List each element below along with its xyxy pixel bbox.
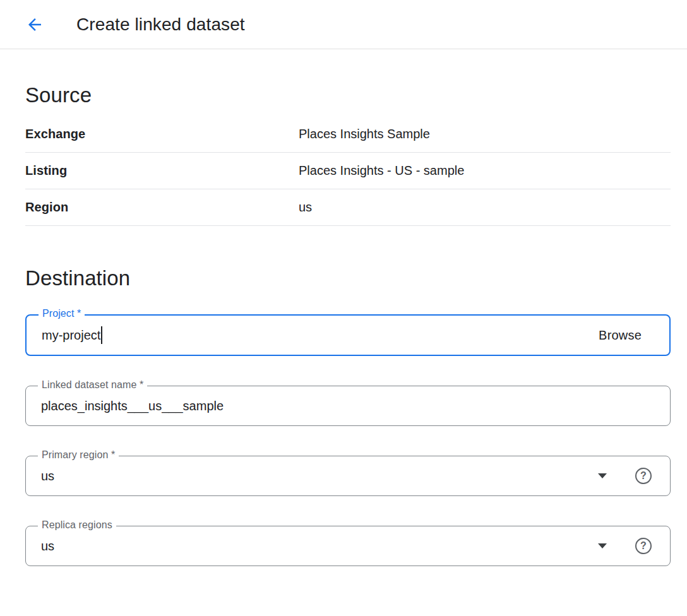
exchange-value: Places Insights Sample (299, 127, 671, 141)
replica-regions-value: us (41, 539, 54, 554)
project-field[interactable]: Project * my-project Browse (25, 314, 671, 356)
primary-region-label: Primary region * (38, 449, 119, 461)
page-title: Create linked dataset (76, 15, 245, 35)
destination-fields: Project * my-project Browse Linked datas… (25, 314, 671, 566)
linked-dataset-name-field[interactable]: Linked dataset name * places_insights___… (25, 386, 671, 426)
chevron-down-icon (598, 473, 607, 478)
text-cursor (101, 326, 102, 344)
listing-label: Listing (25, 163, 299, 178)
destination-section: Destination Project * my-project Browse … (25, 266, 671, 566)
project-field-value: my-project (42, 328, 100, 343)
project-field-label: Project * (39, 308, 85, 319)
primary-region-select[interactable]: Primary region * us ? (25, 456, 671, 496)
help-icon[interactable]: ? (635, 538, 652, 554)
exchange-label: Exchange (25, 127, 299, 141)
source-heading: Source (25, 83, 671, 107)
arrow-back-icon (25, 15, 44, 34)
browse-button[interactable]: Browse (599, 328, 642, 343)
replica-regions-label: Replica regions (38, 519, 116, 531)
region-value: us (299, 200, 671, 215)
linked-dataset-name-label: Linked dataset name * (38, 379, 147, 391)
page-content: Source Exchange Places Insights Sample L… (0, 83, 687, 566)
help-icon[interactable]: ? (635, 468, 652, 484)
region-label: Region (25, 200, 299, 215)
destination-heading: Destination (25, 266, 671, 290)
listing-value: Places Insights - US - sample (299, 163, 671, 178)
chevron-down-icon (598, 543, 607, 548)
back-button[interactable] (21, 11, 49, 38)
source-section: Source Exchange Places Insights Sample L… (25, 83, 671, 226)
page-header: Create linked dataset (0, 0, 687, 49)
linked-dataset-name-value: places_insights___us___sample (41, 399, 224, 413)
replica-regions-select[interactable]: Replica regions us ? (25, 526, 671, 566)
table-row-region: Region us (25, 189, 671, 226)
table-row-listing: Listing Places Insights - US - sample (25, 153, 671, 189)
source-detail-table: Exchange Places Insights Sample Listing … (25, 116, 671, 226)
table-row-exchange: Exchange Places Insights Sample (25, 116, 671, 153)
primary-region-value: us (41, 469, 54, 483)
